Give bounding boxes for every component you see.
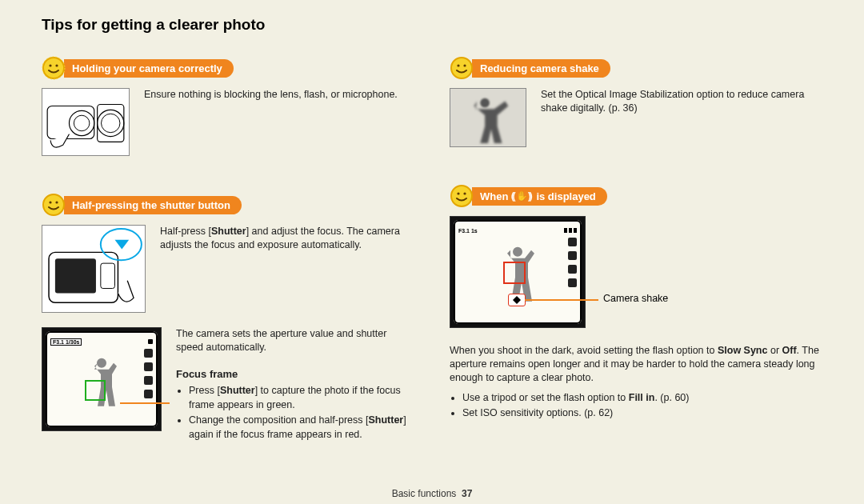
lcd-focus-frame: F3.1 1/30s — [42, 327, 162, 431]
callout-line — [525, 299, 598, 301]
hand-shake-icon: ⸨✋⸩ — [511, 191, 533, 201]
aperture-text: The camera sets the aperture value and s… — [176, 327, 414, 354]
row-halfpress: Half-press [Shutter] and adjust the focu… — [42, 225, 414, 313]
right-column: Reducing camera shake Set the Optical Im… — [450, 56, 822, 458]
content-columns: Holding your camera correctly Ensure not… — [42, 56, 822, 458]
focus-li-2: Change the composition and half-press [S… — [189, 414, 414, 442]
heading-when-shake: When ⸨✋⸩ is displayed — [450, 184, 822, 208]
page-title: Tips for getting a clearer photo — [42, 16, 822, 34]
lcd-shake: F3.1 1s — [450, 216, 586, 328]
bullet-fill-in: Use a tripod or set the flash option to … — [462, 391, 822, 406]
svg-point-11 — [49, 201, 51, 203]
footer: Basic functions 37 — [0, 488, 864, 499]
svg-point-21 — [451, 186, 472, 206]
svg-point-3 — [55, 64, 58, 66]
text-holding: Ensure nothing is blocking the lens, fla… — [144, 88, 398, 102]
heading-pill: Reducing camera shake — [472, 59, 610, 78]
heading-reduce-shake: Reducing camera shake — [450, 56, 822, 80]
svg-point-0 — [43, 58, 64, 78]
focus-frame-red — [503, 262, 526, 284]
svg-point-10 — [43, 194, 64, 215]
para-dark-shooting: When you shoot in the dark, avoid settin… — [450, 344, 822, 385]
svg-point-22 — [457, 192, 459, 194]
heading-pill: Holding your camera correctly — [64, 59, 234, 78]
illus-holding — [42, 88, 130, 156]
row-holding: Ensure nothing is blocking the lens, fla… — [42, 88, 414, 156]
svg-point-12 — [55, 201, 58, 203]
text-halfpress: Half-press [Shutter] and adjust the focu… — [160, 225, 414, 252]
svg-point-2 — [49, 64, 51, 66]
smiley-icon — [42, 193, 66, 217]
bullet-iso: Set ISO sensitivity options. (p. 62) — [462, 406, 822, 421]
illus-blurry — [450, 88, 526, 147]
smiley-icon — [42, 56, 66, 80]
svg-point-18 — [457, 64, 459, 66]
left-column: Holding your camera correctly Ensure not… — [42, 56, 414, 458]
smiley-icon — [450, 56, 474, 80]
focus-li-1: Press [Shutter] to capture the photo if … — [189, 384, 414, 412]
shake-indicator-icon — [508, 294, 526, 306]
illus-halfpress — [42, 225, 146, 313]
svg-point-8 — [102, 114, 120, 132]
row-lcd-focus: F3.1 1/30s The camera sets the aperture … — [42, 327, 414, 443]
focus-frame-heading: Focus frame — [176, 367, 414, 382]
heading-holding: Holding your camera correctly — [42, 56, 414, 80]
svg-point-19 — [463, 64, 466, 66]
heading-pill: When ⸨✋⸩ is displayed — [472, 187, 607, 206]
svg-point-6 — [74, 115, 90, 131]
svg-point-17 — [451, 58, 472, 78]
heading-halfpress: Half-pressing the shutter button — [42, 193, 414, 217]
svg-point-23 — [463, 192, 466, 194]
svg-rect-14 — [55, 258, 96, 293]
heading-pill: Half-pressing the shutter button — [64, 196, 242, 214]
callout-camera-shake: Camera shake — [603, 293, 668, 304]
text-reduce-shake: Set the Optical Image Stabilization opti… — [541, 88, 822, 115]
smiley-icon — [450, 184, 474, 208]
row-reduce-shake: Set the Optical Image Stabilization opti… — [450, 88, 822, 147]
svg-rect-15 — [101, 263, 115, 288]
focus-frame-green — [85, 380, 106, 401]
callout-line — [120, 402, 170, 404]
